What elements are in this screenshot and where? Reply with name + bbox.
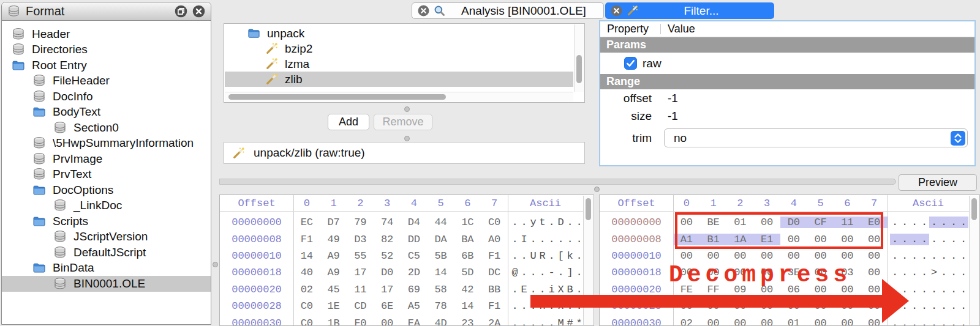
tree-item-scripts[interactable]: Scripts xyxy=(2,213,211,229)
tree-item-bin0001ole[interactable]: BIN0001.OLE xyxy=(2,276,211,292)
hex-ascii-char[interactable]: . xyxy=(547,217,556,228)
hex-ascii-char[interactable]: . xyxy=(529,267,538,278)
hex-byte[interactable]: 00 xyxy=(834,317,861,326)
hex-ascii-char[interactable]: . xyxy=(919,300,929,312)
hex-ascii-char[interactable]: . xyxy=(890,234,900,245)
add-button[interactable]: Add xyxy=(328,114,369,130)
splitter-handle[interactable] xyxy=(404,136,410,141)
tree-item-docinfo[interactable]: DocInfo xyxy=(2,89,211,105)
tree-item-jscriptversion[interactable]: JScriptVersion xyxy=(2,229,211,245)
hex-ascii-char[interactable]: . xyxy=(959,217,968,228)
close-panel-button[interactable] xyxy=(192,5,205,18)
filter-item-lzma[interactable]: lzma xyxy=(225,56,573,72)
hex-byte[interactable]: C0 xyxy=(293,300,320,312)
filter-summary-row[interactable]: unpack/zlib (raw:true) xyxy=(224,142,585,164)
hex-byte[interactable]: 00 xyxy=(861,250,888,262)
splitter-handle[interactable] xyxy=(594,187,600,192)
hex-byte[interactable]: D7 xyxy=(320,217,347,228)
hex-byte[interactable]: A9 xyxy=(320,250,347,262)
hex-byte[interactable]: C0 xyxy=(293,317,320,326)
hex-byte[interactable]: 14 xyxy=(454,300,481,312)
hex-ascii-char[interactable]: . xyxy=(939,284,949,295)
hex-byte[interactable]: 45 xyxy=(320,284,347,295)
hex-byte[interactable]: 01 xyxy=(780,317,807,326)
hex-ascii-char[interactable]: . xyxy=(519,250,529,262)
hex-ascii-char[interactable]: . xyxy=(510,234,519,245)
hex-ascii-char[interactable]: . xyxy=(939,234,949,245)
hex-ascii-char[interactable]: . xyxy=(519,300,529,312)
hex-ascii-char[interactable]: . xyxy=(929,317,939,326)
hex-ascii-char[interactable]: . xyxy=(959,267,968,278)
hex-ascii-char[interactable]: . xyxy=(575,250,584,262)
hex-ascii-char[interactable]: . xyxy=(529,234,538,245)
hex-ascii-char[interactable]: M xyxy=(556,317,565,326)
hex-ascii-char[interactable]: . xyxy=(565,234,575,245)
hex-byte[interactable]: F0 xyxy=(347,317,374,326)
hex-ascii-char[interactable]: . xyxy=(575,267,584,278)
hex-byte[interactable]: 2D xyxy=(401,267,428,278)
hex-byte[interactable]: DD xyxy=(401,234,428,245)
tree-item-prvtext[interactable]: PrvText xyxy=(2,167,211,183)
vertical-scrollbar[interactable] xyxy=(969,196,979,325)
hex-byte[interactable]: EA xyxy=(401,317,428,326)
hex-ascii-char[interactable]: . xyxy=(900,250,910,262)
hex-ascii-char[interactable]: . xyxy=(919,284,929,295)
hex-ascii-char[interactable]: . xyxy=(519,217,529,228)
hex-byte[interactable]: F1 xyxy=(293,234,320,245)
hex-byte[interactable]: DC xyxy=(481,267,508,278)
horizontal-splitter-bar[interactable] xyxy=(219,179,896,185)
hex-ascii-char[interactable]: . xyxy=(919,250,929,262)
hex-ascii-char[interactable]: . xyxy=(556,267,565,278)
hex-byte[interactable]: 78 xyxy=(428,300,454,312)
hex-ascii-char[interactable]: . xyxy=(910,284,919,295)
hex-ascii-char[interactable]: . xyxy=(910,267,919,278)
hex-ascii-char[interactable]: . xyxy=(510,317,519,326)
hex-ascii-char[interactable]: . xyxy=(547,250,556,262)
hex-byte[interactable]: 02 xyxy=(673,317,700,326)
tree-item-bodytext[interactable]: BodyText xyxy=(2,105,211,120)
hex-byte[interactable]: DA xyxy=(428,234,454,245)
hex-ascii-char[interactable]: . xyxy=(939,250,949,262)
hex-ascii-char[interactable]: . xyxy=(538,234,547,245)
hex-byte[interactable]: 00 xyxy=(700,250,727,262)
hex-byte[interactable]: BB xyxy=(481,284,508,295)
hex-byte[interactable]: A5 xyxy=(401,300,428,312)
hex-ascii-char[interactable]: . xyxy=(575,217,584,228)
hex-ascii-char[interactable]: . xyxy=(959,284,968,295)
hex-byte[interactable]: 42 xyxy=(454,284,481,295)
dropdown-stepper-icon[interactable] xyxy=(951,131,965,146)
hex-byte[interactable]: 00 xyxy=(727,250,754,262)
hex-ascii-char[interactable]: E xyxy=(519,284,529,295)
hex-ascii-char[interactable]: . xyxy=(547,234,556,245)
scrollbar-thumb[interactable] xyxy=(228,94,446,100)
vertical-scrollbar[interactable] xyxy=(574,24,584,92)
size-value[interactable]: -1 xyxy=(668,109,678,123)
hex-ascii-char[interactable]: . xyxy=(949,267,959,278)
hex-byte[interactable]: 00 xyxy=(861,267,888,278)
float-window-button[interactable] xyxy=(175,5,187,18)
close-tab-icon[interactable] xyxy=(418,5,429,17)
hex-byte[interactable]: 5D xyxy=(454,267,481,278)
hex-ascii-char[interactable]: . xyxy=(929,234,939,245)
tree-item-docoptions[interactable]: DocOptions xyxy=(2,182,211,198)
hex-byte[interactable]: 40 xyxy=(293,267,320,278)
hex-ascii-char[interactable]: . xyxy=(929,250,939,262)
hex-ascii-char[interactable]: k xyxy=(565,250,575,262)
hex-ascii-char[interactable]: . xyxy=(939,267,949,278)
hex-byte[interactable]: 1B xyxy=(320,317,347,326)
hex-byte[interactable]: 17 xyxy=(374,284,401,295)
hex-ascii-char[interactable]: . xyxy=(547,317,556,326)
hex-byte[interactable]: 1E xyxy=(320,300,347,312)
scrollbar-thumb[interactable] xyxy=(971,198,977,220)
hex-ascii-char[interactable]: i xyxy=(547,284,556,295)
hex-ascii-char[interactable]: . xyxy=(910,250,919,262)
hex-ascii-char[interactable]: . xyxy=(556,234,565,245)
hex-ascii-char[interactable]: . xyxy=(910,300,919,312)
hex-ascii-char[interactable]: . xyxy=(959,300,968,312)
hex-ascii-char[interactable]: t xyxy=(538,217,547,228)
hex-ascii-char[interactable]: . xyxy=(929,300,939,312)
hex-byte[interactable]: 00 xyxy=(727,317,754,326)
hex-byte[interactable]: 00 xyxy=(834,250,861,262)
hex-ascii-char[interactable]: . xyxy=(565,217,575,228)
hex-ascii-char[interactable]: . xyxy=(910,217,919,228)
